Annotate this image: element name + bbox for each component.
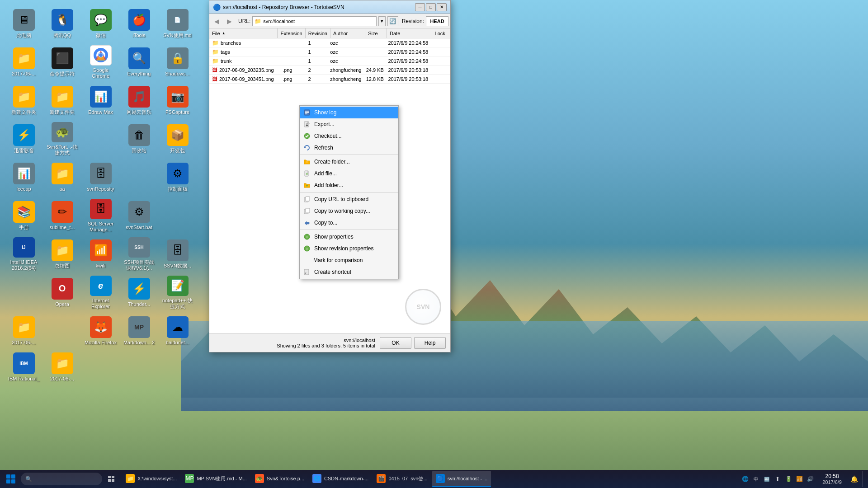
context-menu-item-create-shortcut[interactable]: Create shortcut xyxy=(300,266,398,278)
desktop-icon-newfolder2[interactable]: 📁 新建文件夹 xyxy=(43,81,81,120)
show-desktop-button[interactable] xyxy=(863,471,866,487)
close-button[interactable]: ✕ xyxy=(437,3,447,11)
desktop-icon-firefox[interactable]: 🦊 Mozilla Firefox xyxy=(81,312,120,350)
desktop-icon-recycle[interactable]: 🗑 回收站 xyxy=(120,120,158,158)
context-menu-item-checkout[interactable]: Checkout... xyxy=(300,130,398,142)
desktop-icon-markdown2[interactable]: MP Markdown... 2 xyxy=(120,312,158,350)
context-menu-item-export[interactable]: Export... xyxy=(300,118,398,130)
tray-icon-network[interactable]: 🌐 xyxy=(740,474,750,484)
desktop-icon-ssh[interactable]: SSH SSH项目实战课程V6.1(... xyxy=(120,235,158,273)
table-row[interactable]: 📁 trunk 1 ozc 2017/6/9 20:24:58 xyxy=(209,56,450,66)
maximize-button[interactable]: □ xyxy=(426,3,436,11)
taskbar-search-box[interactable]: 🔍 xyxy=(21,473,102,485)
desktop-icon-folder2017b[interactable]: 📁 2017-06-... xyxy=(5,312,43,350)
notification-center-button[interactable]: 🔔 xyxy=(847,471,861,487)
tray-icon-volume[interactable]: 🔊 xyxy=(805,474,815,484)
tray-icon-lang[interactable]: 🔤 xyxy=(762,474,772,484)
taskbar-item-mp-svn[interactable]: MP MP SVN使用.md - M... xyxy=(181,471,250,487)
desktop-icon-ie[interactable]: e Internet Explorer xyxy=(81,273,120,312)
col-header-lock[interactable]: Lock xyxy=(432,28,450,38)
desktop-icon-aa[interactable]: 📁 aa xyxy=(43,158,81,197)
taskbar-item-vlc[interactable]: 🎬 0415_07_svn使... xyxy=(373,471,431,487)
context-menu-item-create-folder[interactable]: + Create folder... xyxy=(300,156,398,168)
desktop-icon-kwifi[interactable]: 📶 kwifi xyxy=(81,235,120,273)
tray-icon-upload[interactable]: ⬆ xyxy=(773,474,783,484)
col-header-extension[interactable]: Extension xyxy=(278,28,305,38)
task-view-button[interactable] xyxy=(103,471,119,487)
col-header-author[interactable]: Author xyxy=(330,28,365,38)
col-header-date[interactable]: Date xyxy=(387,28,432,38)
revision-input[interactable]: HEAD xyxy=(426,16,448,26)
desktop-icon-wechat[interactable]: 💬 微信 xyxy=(81,5,120,43)
desktop-icon-edraw[interactable]: 📊 Edraw Max xyxy=(81,81,120,120)
desktop-icon-my-computer[interactable]: 🖥 此电脑 xyxy=(5,5,43,43)
desktop-icon-cmd[interactable]: ⬛ 命令提示符 xyxy=(43,43,81,81)
tray-icon-battery[interactable]: 🔋 xyxy=(783,474,793,484)
desktop-icon-icecap[interactable]: 📊 Icecap xyxy=(5,158,43,197)
taskbar-item-chrome-csdn[interactable]: 🌐 CSDN-markdown-... xyxy=(309,471,372,487)
context-menu-item-show-revision-properties[interactable]: i Show revision properties xyxy=(300,243,398,254)
desktop-icon-chrome[interactable]: Google Chrome xyxy=(81,43,120,81)
desktop-icon-manual[interactable]: 📚 手册 xyxy=(5,197,43,235)
forward-button[interactable]: ▶ xyxy=(224,16,235,27)
desktop-icon-folder2017[interactable]: 📁 2017-06-... xyxy=(5,43,43,81)
taskbar-item-svntortoise[interactable]: 🐢 Svn&Tortoise.p... xyxy=(251,471,308,487)
desktop-icon-svnuse[interactable]: 📄 SVN使用.md xyxy=(158,5,197,43)
table-row[interactable]: 🖼 2017-06-09_203451.png .png 2 zhongfuch… xyxy=(209,75,450,84)
desktop-icon-intellij[interactable]: IJ IntelliJ IDEA 2016.2(64) xyxy=(5,235,43,273)
taskbar-item-file-explorer[interactable]: 📁 X:\windows\syst... xyxy=(122,471,180,487)
desktop-icon-thunder[interactable]: ⚡ 迅雷影音 xyxy=(5,120,43,158)
context-menu-item-copy-url[interactable]: Copy URL to clipboard xyxy=(300,193,398,205)
url-refresh-button[interactable]: 🔄 xyxy=(387,16,398,26)
desktop-icon-shadowsocks[interactable]: 🔒 Shadows... xyxy=(158,43,197,81)
desktop-icon-baidune[interactable]: ☁ baidunet... xyxy=(158,312,197,350)
context-menu-item-add-file[interactable]: Add file... xyxy=(300,168,398,179)
desktop-icon-netease[interactable]: 🎵 网易云音乐 xyxy=(120,81,158,120)
start-button[interactable] xyxy=(2,471,20,487)
table-row[interactable]: 📁 tags 1 ozc 2017/6/9 20:24:58 xyxy=(209,47,450,56)
desktop-icon-ssvn[interactable]: 🗄 SSVN数据... xyxy=(158,235,197,273)
desktop-icon-svnstart[interactable]: ⚙ svnStart.bat xyxy=(120,197,158,235)
desktop-icon-devpack[interactable]: 📦 开发包 xyxy=(158,120,197,158)
back-button[interactable]: ◀ xyxy=(211,16,222,27)
desktop-icon-notes[interactable]: 📁 总结图 xyxy=(43,235,81,273)
col-header-file[interactable]: File ▲ xyxy=(209,28,278,38)
context-menu-item-copy-to[interactable]: Copy to... xyxy=(300,217,398,229)
desktop-icon-svntortoise[interactable]: 🐢 Svn&Tort...-快捷方式 xyxy=(43,120,81,158)
context-menu-item-show-properties[interactable]: i Show properties xyxy=(300,231,398,243)
context-menu-item-show-log[interactable]: Show log xyxy=(300,107,398,118)
tray-icon-ime[interactable]: 中 xyxy=(751,474,761,484)
desktop-icon-folder2017c[interactable]: 📁 2017-06-... xyxy=(43,350,81,384)
desktop-icon-controlpanel[interactable]: ⚙ 控制面板 xyxy=(158,158,197,197)
table-row[interactable]: 🖼 2017-06-09_203235.png .png 2 zhongfuch… xyxy=(209,66,450,75)
desktop-icon-ibm[interactable]: IBM IBM Rational_ xyxy=(5,350,43,384)
url-dropdown-button[interactable]: ▼ xyxy=(378,16,386,26)
desktop-icon-opera[interactable]: O Opera xyxy=(43,273,81,312)
desktop-icon-notepad[interactable]: 📝 notepad++-快捷方式 xyxy=(158,273,197,312)
desktop-icon-sqlserver[interactable]: 🗄 SQL Server Manage... xyxy=(81,197,120,235)
desktop-icon-qq[interactable]: 🐧 腾讯QQ xyxy=(43,5,81,43)
desktop-icon-newfolder[interactable]: 📁 新建文件夹 xyxy=(5,81,43,120)
taskbar-item-svn-browser[interactable]: 🔵 svn://localhost - ... xyxy=(432,471,491,487)
desktop-icon-thunder2[interactable]: ⚡ Thunder... xyxy=(120,273,158,312)
ok-button[interactable]: OK xyxy=(380,337,411,349)
desktop-icon-sublime[interactable]: ✏ sublime_t... xyxy=(43,197,81,235)
minimize-button[interactable]: ─ xyxy=(415,3,425,11)
revision-label: Revision: xyxy=(402,18,424,24)
tray-icon-wifi[interactable]: 📶 xyxy=(794,474,804,484)
context-menu-item-refresh[interactable]: Refresh xyxy=(300,142,398,154)
desktop-icon-fscapture[interactable]: 📷 FSCapture xyxy=(158,81,197,120)
context-menu-item-copy-working[interactable]: Copy to working copy... xyxy=(300,205,398,217)
taskbar-clock[interactable]: 20:58 2017/6/9 xyxy=(819,473,845,485)
col-header-size[interactable]: Size xyxy=(365,28,387,38)
desktop-icon-svnreposity[interactable]: 🗄 svnReposity xyxy=(81,158,120,197)
context-menu-item-mark-comparison[interactable]: Mark for comparison xyxy=(300,254,398,266)
devpack-icon: 📦 xyxy=(167,124,189,146)
col-header-revision[interactable]: Revision xyxy=(306,28,330,38)
context-menu-item-add-folder[interactable]: Add folder... xyxy=(300,179,398,191)
desktop-icon-everything[interactable]: 🔍 Everything xyxy=(120,43,158,81)
desktop-icon-itools[interactable]: 🍎 iTools xyxy=(120,5,158,43)
table-row[interactable]: 📁 branches 1 ozc 2017/6/9 20:24:58 xyxy=(209,38,450,47)
help-button[interactable]: Help xyxy=(414,337,446,349)
url-input-container[interactable]: 📁 svn://localhost xyxy=(252,16,376,26)
